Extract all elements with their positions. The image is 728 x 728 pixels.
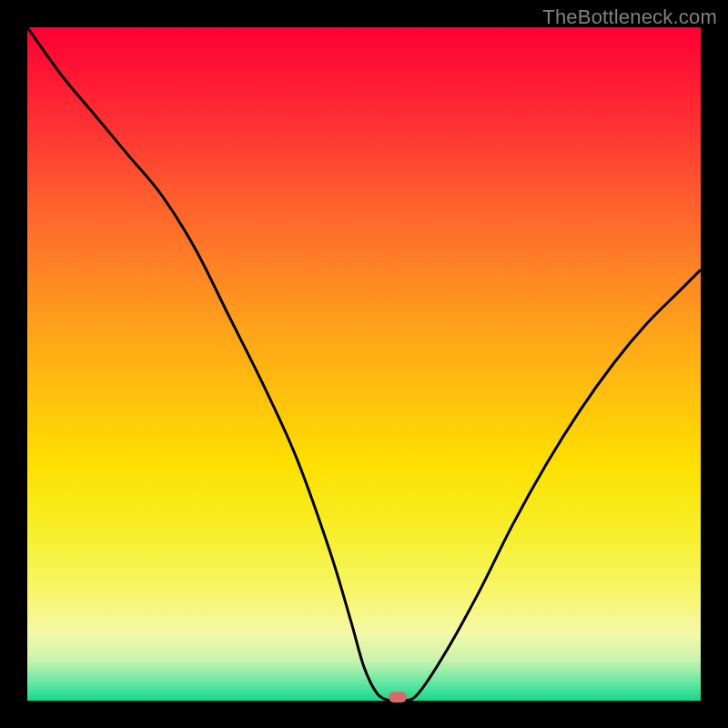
chart-frame: TheBottleneck.com xyxy=(0,0,728,728)
curve-path xyxy=(27,27,701,701)
minimum-marker xyxy=(389,692,407,703)
watermark-text: TheBottleneck.com xyxy=(542,5,717,29)
plot-area xyxy=(27,27,701,701)
bottleneck-curve xyxy=(27,27,701,701)
